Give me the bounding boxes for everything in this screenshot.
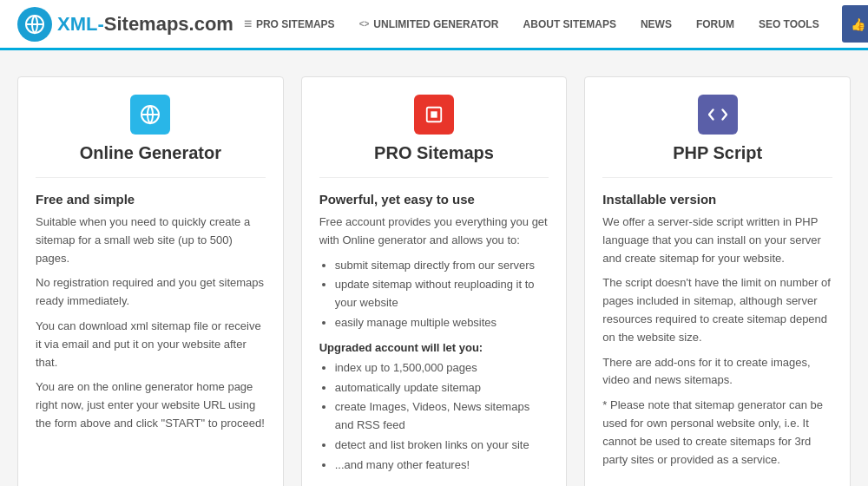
pro-sitemaps-title: PRO Sitemaps xyxy=(374,143,494,163)
pro-sitemaps-free-list: submit sitemap directly from our servers… xyxy=(319,257,549,332)
online-generator-p1: Suitable when you need to quickly create… xyxy=(36,213,266,267)
card-online-generator-header: Online Generator xyxy=(36,95,266,178)
pro-sitemaps-upgraded-list: index up to 1,500,000 pages automaticall… xyxy=(319,359,549,475)
logo-text: XML-Sitemaps.com xyxy=(57,13,233,36)
php-script-p3: There are add-ons for it to create image… xyxy=(602,354,832,391)
card-php-script-header: PHP Script xyxy=(602,95,832,178)
list-item: update sitemap without reuploading it to… xyxy=(335,276,549,312)
nav-forum[interactable]: FORUM xyxy=(686,11,745,37)
card-php-script: PHP Script Installable version We offer … xyxy=(584,76,851,486)
list-item: easily manage multiple websites xyxy=(335,314,549,332)
logo-icon xyxy=(17,7,52,42)
header: XML-Sitemaps.com ☰ PRO SITEMAPS <> UNLIM… xyxy=(0,0,868,50)
php-script-note: * Please note that sitemap generator can… xyxy=(602,397,832,469)
php-script-title: PHP Script xyxy=(673,143,762,163)
nav-seo-tools[interactable]: SEO TOOLS xyxy=(748,11,830,37)
online-generator-section-title: Free and simple xyxy=(36,192,266,207)
card-online-generator: Online Generator Free and simple Suitabl… xyxy=(17,76,284,486)
svg-rect-5 xyxy=(431,111,437,117)
facebook-like-button[interactable]: 👍 นาইক 24 xyxy=(842,5,868,43)
php-script-body: Installable version We offer a server-si… xyxy=(602,192,832,482)
cards-container: Online Generator Free and simple Suitabl… xyxy=(17,76,851,486)
main-nav: ☰ PRO SITEMAPS <> UNLIMITED GENERATOR AB… xyxy=(233,5,868,43)
list-item: ...and many other features! xyxy=(335,456,549,475)
list-item: submit sitemap directly from our servers xyxy=(335,257,549,275)
list-item: detect and list broken links on your sit… xyxy=(335,437,549,455)
php-script-p1: We offer a server-side script written in… xyxy=(602,213,832,267)
pro-sitemaps-intro: Free account provides you everything you… xyxy=(319,213,549,250)
nav-unlimited-icon: <> xyxy=(359,19,370,29)
card-pro-sitemaps-header: PRO Sitemaps xyxy=(319,95,549,178)
list-item: create Images, Videos, News sitemaps and… xyxy=(335,398,549,435)
online-generator-p3: You can download xml sitemap file or rec… xyxy=(36,318,266,371)
card-pro-sitemaps: PRO Sitemaps Powerful, yet easy to use F… xyxy=(301,76,568,486)
nav-pro-sitemaps[interactable]: ☰ PRO SITEMAPS xyxy=(233,11,345,37)
list-item: index up to 1,500,000 pages xyxy=(335,359,549,378)
php-script-icon xyxy=(698,95,738,135)
nav-pro-sitemaps-icon: ☰ xyxy=(244,19,252,29)
online-generator-p2: No registration required and you get sit… xyxy=(36,274,266,311)
online-generator-p4: You are on the online generator home pag… xyxy=(36,378,266,432)
php-script-p2: The script doesn't have the limit on num… xyxy=(602,274,832,346)
nav-news[interactable]: NEWS xyxy=(630,11,682,37)
online-generator-icon xyxy=(130,95,170,135)
nav-about-sitemaps[interactable]: ABOUT SITEMAPS xyxy=(513,11,627,37)
thumbs-up-icon: 👍 xyxy=(851,17,865,31)
nav-unlimited-generator[interactable]: <> UNLIMITED GENERATOR xyxy=(349,11,510,37)
logo: XML-Sitemaps.com xyxy=(17,7,233,42)
php-script-section-title: Installable version xyxy=(602,192,832,207)
upgraded-label: Upgraded account will let you: xyxy=(319,341,549,354)
online-generator-title: Online Generator xyxy=(80,143,221,163)
list-item: automatically update sitemap xyxy=(335,379,549,397)
pro-sitemaps-section-title: Powerful, yet easy to use xyxy=(319,192,549,207)
main-content: Online Generator Free and simple Suitabl… xyxy=(0,50,868,486)
pro-sitemaps-body: Powerful, yet easy to use Free account p… xyxy=(319,192,549,482)
pro-sitemaps-icon xyxy=(414,95,454,135)
online-generator-body: Free and simple Suitable when you need t… xyxy=(36,192,266,486)
